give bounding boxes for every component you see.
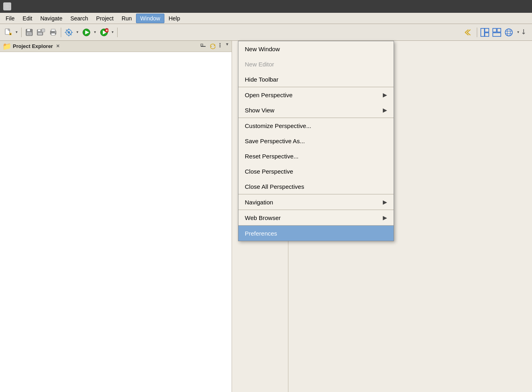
run-config-button-group: ▼ <box>98 27 115 38</box>
svg-rect-16 <box>28 33 31 35</box>
menu-bar: File Edit Navigate Search Project Run Wi… <box>0 13 532 24</box>
menu-navigation[interactable]: Navigation ▶ <box>238 194 394 210</box>
menu-edit[interactable]: Edit <box>19 14 36 23</box>
panel-sync-button[interactable] <box>208 42 217 51</box>
back-button[interactable] <box>464 27 475 38</box>
debug-dropdown-arrow[interactable]: ▼ <box>74 27 80 38</box>
menu-section-4: Navigation ▶ <box>238 194 394 210</box>
layout-btn2[interactable] <box>491 27 502 38</box>
print-button[interactable] <box>48 27 59 38</box>
layout-btn1[interactable] <box>479 27 490 38</box>
menu-navigate[interactable]: Navigate <box>36 14 66 23</box>
menu-preferences[interactable]: Preferences <box>238 226 394 241</box>
show-view-chevron: ▶ <box>383 107 387 113</box>
menu-close-all-perspectives[interactable]: Close All Perspectives <box>238 179 394 194</box>
svg-point-55 <box>220 43 221 44</box>
svg-rect-41 <box>485 28 489 32</box>
svg-rect-52 <box>201 44 203 46</box>
left-panel: 📁 Project Explorer ✕ <box>0 41 232 392</box>
svg-rect-5 <box>5 4 6 5</box>
menu-open-perspective[interactable]: Open Perspective ▶ <box>238 87 394 102</box>
svg-rect-6 <box>8 8 10 9</box>
svg-rect-43 <box>493 28 496 32</box>
separator-1 <box>21 28 22 37</box>
svg-rect-2 <box>7 8 8 10</box>
svg-point-27 <box>68 31 70 34</box>
panel-header: 📁 Project Explorer ✕ <box>0 41 232 52</box>
svg-point-57 <box>220 46 221 47</box>
menu-show-view[interactable]: Show View ▶ <box>238 102 394 118</box>
menu-hide-toolbar[interactable]: Hide Toolbar <box>238 72 394 87</box>
app-icon <box>3 2 11 10</box>
separator-3 <box>117 28 118 37</box>
run-config-button[interactable] <box>98 27 110 38</box>
svg-rect-23 <box>51 33 55 35</box>
title-bar <box>0 0 532 13</box>
toolbar-overflow <box>522 28 530 37</box>
svg-rect-4 <box>9 6 10 7</box>
new-button-group: + ▼ <box>2 27 19 38</box>
menu-section-5: Web Browser ▶ <box>238 210 394 226</box>
open-perspective-chevron: ▶ <box>383 92 387 98</box>
save-all-button[interactable] <box>36 27 47 38</box>
svg-rect-7 <box>5 8 6 9</box>
debug-button-group: ▼ <box>63 27 80 38</box>
svg-rect-18 <box>38 30 40 31</box>
menu-run[interactable]: Run <box>118 14 136 23</box>
browser-btn[interactable] <box>503 27 514 38</box>
menu-new-window[interactable]: New Window <box>238 41 394 56</box>
svg-rect-3 <box>4 6 5 7</box>
new-dropdown-arrow[interactable]: ▼ <box>14 27 19 38</box>
run-button-group: ▼ <box>81 27 98 38</box>
menu-close-perspective[interactable]: Close Perspective <box>238 164 394 179</box>
panel-close-icon: ✕ <box>56 44 60 49</box>
menu-reset-perspective[interactable]: Reset Perspective... <box>238 148 394 164</box>
new-file-button[interactable]: + <box>2 27 14 38</box>
menu-section-2: Open Perspective ▶ Show View ▶ <box>238 87 394 118</box>
menu-section-1: New Window New Editor Hide Toolbar <box>238 41 394 87</box>
panel-body <box>0 52 232 392</box>
menu-help[interactable]: Help <box>164 14 184 23</box>
run-dropdown-arrow[interactable]: ▼ <box>92 27 98 38</box>
menu-file[interactable]: File <box>2 14 19 23</box>
svg-rect-1 <box>7 3 8 4</box>
navigation-chevron: ▶ <box>383 199 387 205</box>
window-dropdown-menu: New Window New Editor Hide Toolbar Open … <box>238 41 394 241</box>
folder-icon: 📁 <box>2 42 11 51</box>
svg-rect-44 <box>497 28 501 32</box>
svg-rect-14 <box>27 29 30 31</box>
browser-dropdown-arrow[interactable]: ▼ <box>515 27 521 38</box>
run-config-dropdown-arrow[interactable]: ▼ <box>110 27 115 38</box>
menu-web-browser[interactable]: Web Browser ▶ <box>238 210 394 225</box>
svg-point-46 <box>505 29 512 36</box>
panel-more <box>218 42 224 51</box>
menu-section-3: Customize Perspective... Save Perspectiv… <box>238 118 394 194</box>
panel-minimize-button[interactable] <box>199 42 208 51</box>
run-button[interactable] <box>81 27 92 38</box>
svg-marker-54 <box>210 46 212 48</box>
menu-new-editor: New Editor <box>238 56 394 72</box>
svg-rect-19 <box>38 33 42 35</box>
debug-button[interactable] <box>63 27 74 38</box>
svg-rect-40 <box>481 28 484 36</box>
menu-window[interactable]: Window <box>136 14 165 23</box>
menu-project[interactable]: Project <box>92 14 118 23</box>
menu-section-6: Preferences <box>238 226 394 241</box>
svg-text:+: + <box>10 33 11 36</box>
panel-dropdown-arrow[interactable]: ▼ <box>225 42 229 51</box>
panel-title: 📁 Project Explorer ✕ <box>2 42 197 51</box>
svg-rect-8 <box>8 4 10 5</box>
menu-save-perspective-as[interactable]: Save Perspective As... <box>238 133 394 148</box>
svg-point-56 <box>220 44 221 46</box>
web-browser-chevron: ▶ <box>383 214 387 221</box>
svg-point-0 <box>6 5 9 8</box>
svg-rect-20 <box>42 29 45 32</box>
svg-rect-22 <box>51 29 55 31</box>
menu-search[interactable]: Search <box>66 14 92 23</box>
main-toolbar: + ▼ <box>0 24 532 41</box>
separator-2 <box>61 28 61 37</box>
menu-customize-perspective[interactable]: Customize Perspective... <box>238 118 394 133</box>
svg-point-47 <box>507 29 510 36</box>
svg-rect-42 <box>485 33 489 36</box>
save-button[interactable] <box>24 27 35 38</box>
